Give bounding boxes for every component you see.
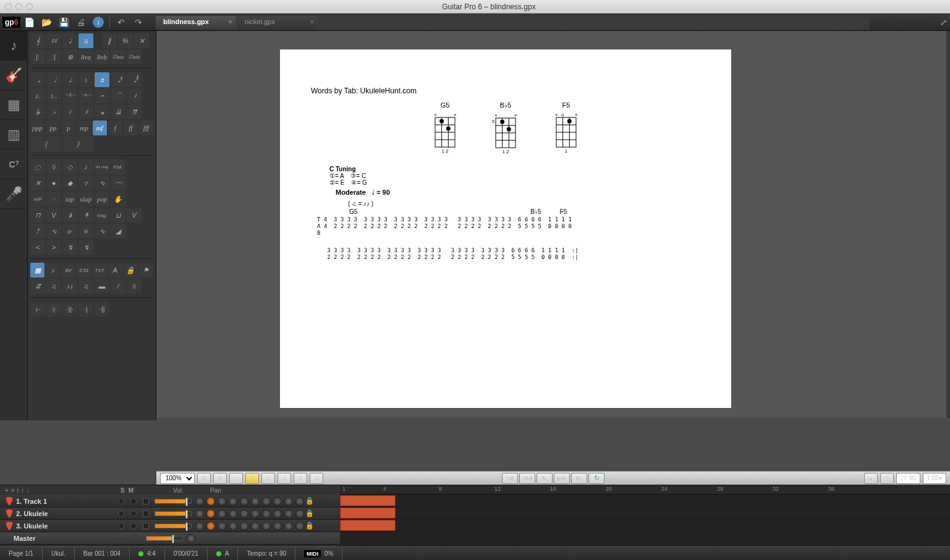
master-pan-knob[interactable]	[187, 534, 195, 543]
param-knob-1[interactable]	[218, 497, 226, 506]
tech-slap-button[interactable]: slap	[78, 192, 93, 206]
forward-button[interactable]: ▶▶	[554, 473, 570, 484]
tab-nickel[interactable]: nickel.gpx×	[237, 16, 318, 30]
half-note-button[interactable]: 𝅗𝅥	[46, 72, 61, 87]
ghost-note-button[interactable]: ◌	[30, 159, 45, 174]
track-info-button[interactable]: i	[17, 487, 19, 494]
solo-toggle[interactable]	[118, 523, 124, 529]
clip[interactable]	[340, 520, 396, 531]
whole-note-button[interactable]: 𝅝	[30, 72, 45, 87]
param-knob-7[interactable]	[284, 522, 293, 530]
dyn-mp-button[interactable]: mp	[77, 121, 91, 135]
solo-toggle[interactable]	[118, 511, 124, 517]
add-track-button[interactable]: +	[5, 487, 9, 494]
mono-toggle[interactable]	[143, 498, 149, 504]
chords-panel-button[interactable]: C⁷	[0, 150, 28, 179]
open-file-button[interactable]: 📂	[39, 15, 54, 30]
param-knob-1[interactable]	[218, 522, 226, 530]
volume-slider[interactable]	[155, 499, 192, 504]
repeat-open-button[interactable]: |:	[30, 49, 45, 64]
tab-measure-1-2[interactable]: T 4 3 3 3 3 3 3 3 3 3 3 3 3 3 3 3 3 3 3 …	[317, 216, 700, 236]
dyn-pp-button[interactable]: pp	[46, 121, 60, 135]
octave-8vb-button[interactable]: 8vb	[95, 49, 109, 64]
beam-break-button[interactable]: ♪♪	[62, 279, 77, 294]
info-button[interactable]: i	[91, 15, 106, 30]
dyn-fff-button[interactable]: fff	[139, 121, 153, 135]
mastering-panel-button[interactable]: ▥	[0, 120, 28, 150]
countdown-button[interactable]: ◷	[880, 473, 894, 484]
fit-width-button[interactable]: 👁	[213, 473, 227, 484]
bend-button[interactable]: ⤴	[30, 224, 45, 239]
sixteenth-note-button[interactable]: ♬	[95, 72, 109, 87]
hammer-pull-button[interactable]: H/P	[30, 192, 45, 206]
tie-button[interactable]: ⌒	[111, 88, 125, 103]
mono-toggle[interactable]	[143, 523, 149, 529]
tremolo-bar-button[interactable]: ∿	[46, 224, 61, 239]
page-3-button[interactable]: 3	[278, 473, 291, 484]
timeline-ruler[interactable]: 1 4 8 12 16 20 24 28 32 36	[340, 485, 950, 494]
vertical-scrollbar[interactable]	[946, 31, 950, 418]
harmonic-button[interactable]: ◇	[62, 159, 77, 174]
pan-knob[interactable]	[195, 509, 204, 518]
shift-up-button[interactable]: ⇈	[127, 104, 142, 119]
coda-button[interactable]: ✕	[134, 33, 149, 48]
multi-rest-button[interactable]: ▬	[95, 279, 109, 294]
arpeggio-down-button[interactable]: ↡	[62, 208, 77, 223]
param-knob-3[interactable]	[240, 509, 248, 518]
rest-button[interactable]: 𝄽	[127, 88, 142, 103]
key-sig-button[interactable]: ♯♯	[46, 33, 61, 48]
beam-button[interactable]: ♫	[46, 279, 61, 294]
instrument-panel-button[interactable]: 🎸	[0, 61, 28, 90]
sixty-fourth-note-button[interactable]: 𝅘𝅥𝅱	[127, 72, 142, 87]
page-2-button[interactable]: 2	[261, 473, 275, 484]
param-knob-5[interactable]	[262, 522, 271, 530]
downstroke-button[interactable]: ⊓	[30, 208, 45, 223]
triplet-feel-button[interactable]: ♫	[78, 33, 93, 48]
auto-brush-button[interactable]: ♪	[46, 263, 60, 278]
master-volume-slider[interactable]	[146, 536, 183, 541]
pan-knob[interactable]	[195, 522, 204, 530]
bar-value-button[interactable]: BV	[61, 263, 75, 278]
lyrics-panel-button[interactable]: 🎤	[0, 179, 28, 209]
edition-panel-button[interactable]: ♪	[0, 31, 28, 61]
new-file-button[interactable]: 📄	[22, 15, 36, 30]
decrescendo-button[interactable]: ⟩	[62, 137, 93, 151]
mute-toggle[interactable]	[130, 498, 137, 504]
eighth-note-button[interactable]: ♪	[78, 72, 93, 87]
close-icon[interactable]: ×	[310, 18, 314, 25]
param-knob-6[interactable]	[273, 522, 282, 530]
octave-15ma-button[interactable]: 15ma	[111, 49, 125, 64]
lock-button[interactable]: 🔒	[124, 263, 138, 278]
eq-knob[interactable]	[206, 497, 215, 506]
mute-toggle[interactable]	[130, 523, 137, 529]
close-icon[interactable]: ×	[229, 18, 232, 25]
pick-up-button[interactable]: ⊔	[111, 208, 125, 223]
undo-button[interactable]: ↶	[114, 15, 129, 30]
mute-toggle[interactable]	[130, 511, 137, 517]
automation-5-button[interactable]: ·||	[95, 302, 109, 316]
param-knob-2[interactable]	[229, 509, 237, 518]
clip[interactable]	[340, 507, 396, 519]
param-knob-4[interactable]	[251, 509, 260, 518]
clip[interactable]	[340, 495, 396, 506]
tremolo-picking-button[interactable]: ≡	[78, 224, 93, 239]
accent-heavy-button[interactable]: <	[30, 240, 45, 255]
let-ring-button[interactable]: let ring	[95, 159, 109, 174]
slash-button[interactable]: /	[111, 279, 125, 294]
fade-button[interactable]: ◢	[111, 224, 125, 239]
automation-1-button[interactable]: ♪·	[30, 302, 45, 316]
page-layout-button[interactable]: ▭	[229, 473, 243, 484]
tempo-display[interactable]: ♩ = 90	[896, 473, 920, 484]
octave-8va-button[interactable]: 8va	[78, 49, 93, 64]
tenuto-button[interactable]: ◆	[62, 176, 77, 190]
trill-button[interactable]: tr	[62, 224, 77, 239]
page-1-button[interactable]: 1	[245, 473, 259, 484]
param-knob-7[interactable]	[284, 497, 293, 506]
barline-button[interactable]: ‖	[102, 33, 117, 48]
metronome-button[interactable]: ▲	[864, 473, 878, 484]
lock-icon[interactable]: 🔒	[305, 497, 314, 505]
hide-button[interactable]: ◊	[127, 279, 142, 294]
section-button[interactable]: A	[108, 263, 122, 278]
grace-button[interactable]: ♪	[78, 159, 93, 174]
left-hand-button[interactable]: ✋	[111, 192, 125, 206]
